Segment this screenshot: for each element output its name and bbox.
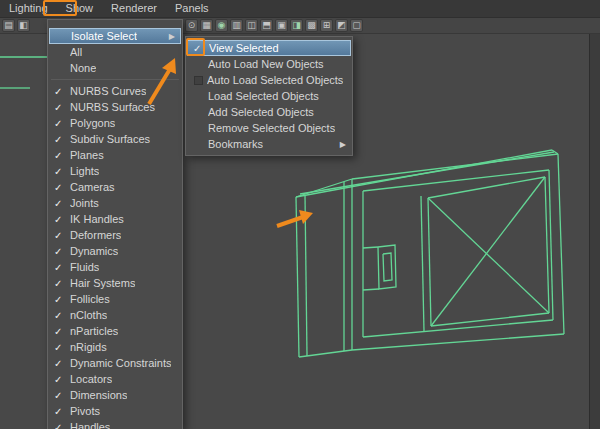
check-icon: ✓	[54, 390, 70, 401]
shading-icon[interactable]: ◧	[17, 19, 30, 32]
menu-item-dynamic-constraints[interactable]: ✓Dynamic Constraints	[49, 355, 181, 371]
menu-item-label: Pivots	[70, 405, 100, 417]
menu-item-label: All	[70, 46, 82, 58]
camera-attributes-icon[interactable]: ◉	[215, 19, 228, 32]
check-icon: ✓	[193, 43, 209, 54]
checkbox-unchecked-icon	[194, 76, 203, 85]
check-icon: ✓	[54, 262, 70, 273]
check-icon: ✓	[54, 214, 70, 225]
menu-separator	[51, 79, 179, 80]
check-icon: ✓	[54, 342, 70, 353]
submenu-arrow-icon: ▶	[163, 32, 175, 41]
menu-item-deformers[interactable]: ✓Deformers	[49, 227, 181, 243]
menu-item-polygons[interactable]: ✓Polygons	[49, 115, 181, 131]
menu-item-label: IK Handles	[70, 213, 124, 225]
grid-icon[interactable]: ◨	[290, 19, 303, 32]
menu-item-label: nCloths	[70, 309, 107, 321]
check-icon: ✓	[54, 230, 70, 241]
menu-item-load-selected-objects[interactable]: Load Selected Objects	[187, 88, 351, 104]
menu-item-label: Fluids	[70, 261, 99, 273]
check-icon: ✓	[54, 358, 70, 369]
menu-item-label: Subdiv Surfaces	[70, 133, 150, 145]
menu-item-label: Isolate Select	[71, 30, 137, 42]
menu-item-label: Cameras	[70, 181, 115, 193]
menu-item-label: Locators	[70, 373, 112, 385]
menu-item-label: Dimensions	[70, 389, 127, 401]
menu-show[interactable]: Show	[57, 0, 103, 18]
menu-renderer[interactable]: Renderer	[102, 0, 166, 18]
menu-item-joints[interactable]: ✓Joints	[49, 195, 181, 211]
menu-item-label: Handles	[70, 421, 110, 429]
panel-right-edge	[589, 0, 600, 429]
bookmarks-icon[interactable]: ▥	[230, 19, 243, 32]
menu-item-subdiv-surfaces[interactable]: ✓Subdiv Surfaces	[49, 131, 181, 147]
lighting-icon[interactable]: ▤	[2, 19, 15, 32]
image-plane-icon[interactable]: ◫	[245, 19, 258, 32]
menu-item-label: Load Selected Objects	[208, 90, 319, 102]
check-icon: ✓	[54, 118, 70, 129]
show-menu-list: Isolate Select▶AllNone✓NURBS Curves✓NURB…	[48, 28, 182, 429]
menu-item-auto-load-selected-objects[interactable]: Auto Load Selected Objects	[187, 72, 351, 88]
menu-item-nurbs-surfaces[interactable]: ✓NURBS Surfaces	[49, 99, 181, 115]
check-icon: ✓	[54, 166, 70, 177]
show-dropdown-menu: Isolate Select▶AllNone✓NURBS Curves✓NURB…	[47, 19, 183, 429]
menu-item-lights[interactable]: ✓Lights	[49, 163, 181, 179]
menu-item-view-selected[interactable]: ✓View Selected	[187, 40, 351, 56]
menu-item-label: Remove Selected Objects	[208, 122, 335, 134]
menu-item-ncloths[interactable]: ✓nCloths	[49, 307, 181, 323]
check-icon: ✓	[54, 198, 70, 209]
check-icon: ✓	[54, 422, 70, 429]
menu-item-planes[interactable]: ✓Planes	[49, 147, 181, 163]
menu-item-add-selected-objects[interactable]: Add Selected Objects	[187, 104, 351, 120]
menu-item-fluids[interactable]: ✓Fluids	[49, 259, 181, 275]
menu-item-isolate-select[interactable]: Isolate Select▶	[49, 28, 181, 44]
toolbar-left-icons: ▤◧	[2, 19, 30, 32]
menu-item-all[interactable]: All	[49, 44, 181, 60]
check-icon: ✓	[54, 102, 70, 113]
check-icon: ✓	[54, 86, 70, 97]
safe-title-icon[interactable]: ▢	[350, 19, 363, 32]
check-icon: ✓	[54, 278, 70, 289]
menu-panels[interactable]: Panels	[166, 0, 218, 18]
menu-item-nrigids[interactable]: ✓nRigids	[49, 339, 181, 355]
menu-item-follicles[interactable]: ✓Follicles	[49, 291, 181, 307]
grease-pencil-icon[interactable]: ▣	[275, 19, 288, 32]
lock-camera-icon[interactable]: ▦	[200, 19, 213, 32]
menu-item-label: View Selected	[209, 42, 279, 54]
menu-item-dimensions[interactable]: ✓Dimensions	[49, 387, 181, 403]
menu-item-label: Joints	[70, 197, 99, 209]
menu-item-cameras[interactable]: ✓Cameras	[49, 179, 181, 195]
menu-item-bookmarks[interactable]: Bookmarks▶	[187, 136, 351, 152]
isolate-select-submenu: ✓View SelectedAuto Load New ObjectsAuto …	[185, 36, 353, 156]
select-camera-icon[interactable]: ⊙	[185, 19, 198, 32]
menu-item-ik-handles[interactable]: ✓IK Handles	[49, 211, 181, 227]
film-gate-icon[interactable]: ▩	[305, 19, 318, 32]
panel-menubar: Lighting Show Renderer Panels	[0, 0, 600, 18]
menu-item-pivots[interactable]: ✓Pivots	[49, 403, 181, 419]
menu-item-label: Auto Load Selected Objects	[207, 74, 343, 86]
pan-zoom-icon[interactable]: ⬒	[260, 19, 273, 32]
menu-item-label: Follicles	[70, 293, 110, 305]
menu-item-dynamics[interactable]: ✓Dynamics	[49, 243, 181, 259]
menu-item-hair-systems[interactable]: ✓Hair Systems	[49, 275, 181, 291]
menu-item-label: Lights	[70, 165, 99, 177]
scene-ground-lines	[0, 57, 47, 88]
isolate-submenu-list: ✓View SelectedAuto Load New ObjectsAuto …	[186, 40, 352, 152]
check-icon: ✓	[54, 134, 70, 145]
menu-item-label: Bookmarks	[208, 138, 263, 150]
menu-item-auto-load-new-objects[interactable]: Auto Load New Objects	[187, 56, 351, 72]
menu-item-label: NURBS Curves	[70, 85, 146, 97]
menu-item-locators[interactable]: ✓Locators	[49, 371, 181, 387]
resolution-gate-icon[interactable]: ⊞	[320, 19, 333, 32]
menu-item-label: Hair Systems	[70, 277, 135, 289]
check-icon: ✓	[54, 310, 70, 321]
menu-item-nparticles[interactable]: ✓nParticles	[49, 323, 181, 339]
menu-item-remove-selected-objects[interactable]: Remove Selected Objects	[187, 120, 351, 136]
menu-item-none[interactable]: None	[49, 60, 181, 76]
menu-item-label: Dynamic Constraints	[70, 357, 171, 369]
menu-item-handles[interactable]: ✓Handles	[49, 419, 181, 429]
wireframe-cabinet	[296, 150, 564, 357]
menu-lighting[interactable]: Lighting	[0, 0, 57, 18]
gate-mask-icon[interactable]: ◩	[335, 19, 348, 32]
menu-item-nurbs-curves[interactable]: ✓NURBS Curves	[49, 83, 181, 99]
